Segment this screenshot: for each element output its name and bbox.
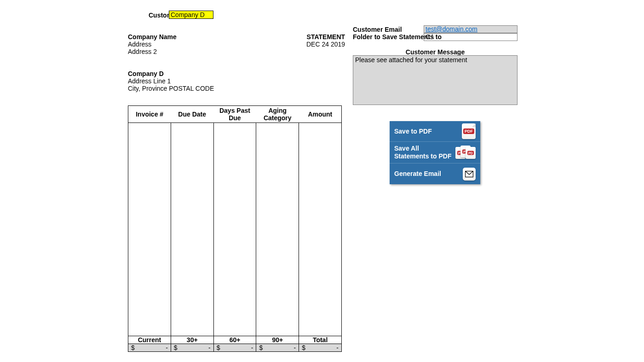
sender-block: Company Name Address Address 2 [128, 33, 177, 55]
summary-header-90: 90+ [256, 336, 299, 344]
currency-symbol: $ [217, 344, 220, 351]
recipient-name: Company D [128, 70, 214, 77]
invoice-body-col-2 [171, 123, 213, 344]
pdf-multi-file-icon [455, 146, 476, 159]
summary-header-total: Total [299, 336, 342, 344]
summary-60-val: - [251, 344, 253, 351]
summary-value-total: $ - [299, 344, 342, 352]
recipient-city-prov-postal: City, Province POSTAL CODE [128, 85, 214, 92]
summary-total-val: - [336, 344, 339, 351]
summary-value-current: $ - [128, 344, 171, 352]
invoice-table: Invoice # Due Date Days Past Due Aging C… [128, 105, 342, 344]
invoice-body-row [128, 123, 342, 344]
customer-dropdown[interactable]: Company D [169, 11, 213, 19]
invoice-header-invoice: Invoice # [128, 106, 171, 123]
recipient-block: Company D Address Line 1 City, Province … [128, 70, 214, 92]
currency-symbol: $ [302, 344, 305, 351]
customer-message-label: Customer Message [353, 48, 518, 56]
invoice-header-due-date: Due Date [171, 106, 213, 123]
generate-email-button[interactable]: Generate Email [390, 163, 480, 184]
pdf-file-icon [462, 123, 476, 139]
action-button-panel: Save to PDF Save All Statements to PDF G… [390, 121, 480, 184]
summary-header-row: Current 30+ 60+ 90+ Total [128, 336, 342, 344]
summary-value-row: $ - $ - $ - $ - $ - [128, 344, 342, 352]
currency-symbol: $ [131, 344, 135, 351]
statement-block: STATEMENT DEC 24 2019 [306, 33, 345, 48]
statement-date: DEC 24 2019 [306, 41, 345, 48]
customer-email-input[interactable]: test@domain.com [424, 25, 518, 33]
invoice-header-row: Invoice # Due Date Days Past Due Aging C… [128, 106, 342, 123]
invoice-body-col-5 [299, 123, 342, 344]
save-to-pdf-label: Save to PDF [394, 128, 432, 135]
summary-value-30: $ - [171, 344, 213, 352]
envelope-icon [463, 168, 476, 181]
invoice-body-col-4 [256, 123, 299, 344]
summary-value-90: $ - [256, 344, 299, 352]
invoice-header-days-past-due: Days Past Due [213, 106, 256, 123]
summary-header-30: 30+ [171, 336, 213, 344]
recipient-address-1: Address Line 1 [128, 77, 214, 85]
currency-symbol: $ [259, 344, 263, 351]
summary-table: Current 30+ 60+ 90+ Total $ - $ - $ - $ … [128, 336, 342, 352]
summary-header-current: Current [128, 336, 171, 344]
save-to-pdf-button[interactable]: Save to PDF [390, 121, 480, 142]
sender-company-name: Company Name [128, 33, 177, 41]
summary-current-val: - [166, 344, 168, 351]
customer-message-input[interactable]: Please see attached for your statement [353, 55, 518, 105]
sender-address-2: Address 2 [128, 48, 177, 55]
invoice-header-amount: Amount [299, 106, 342, 123]
invoice-body-col-1 [128, 123, 171, 344]
summary-value-60: $ - [213, 344, 256, 352]
save-all-statements-to-pdf-button[interactable]: Save All Statements to PDF [390, 142, 480, 163]
customer-email-label: Customer Email [353, 26, 402, 33]
statement-title: STATEMENT [306, 33, 345, 41]
folder-input[interactable]: C:\ [424, 33, 518, 41]
summary-90-val: - [293, 344, 296, 351]
currency-symbol: $ [174, 344, 178, 351]
summary-header-60: 60+ [213, 336, 256, 344]
save-all-to-pdf-label: Save All Statements to PDF [394, 145, 454, 160]
summary-30-val: - [208, 344, 211, 351]
invoice-body-col-3 [213, 123, 256, 344]
generate-email-label: Generate Email [394, 170, 441, 178]
invoice-header-aging-category: Aging Category [256, 106, 299, 123]
sender-address-1: Address [128, 41, 177, 48]
